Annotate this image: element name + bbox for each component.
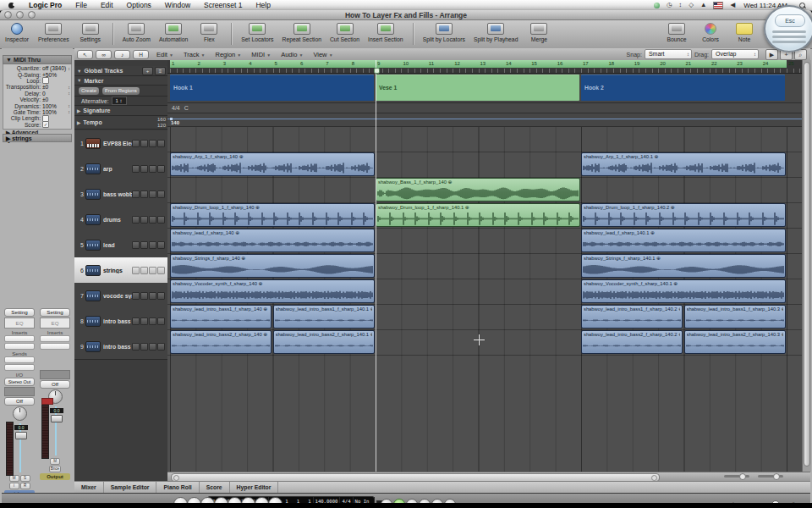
midi-thru-header[interactable]: ▼ MIDI Thru (3, 55, 72, 64)
alternative-value[interactable]: 1 ↕ (112, 97, 127, 105)
region-inspector-collapsed[interactable]: ▶ strings (3, 134, 72, 142)
mute-button[interactable] (140, 241, 148, 249)
send-slot[interactable] (4, 356, 35, 363)
param-quantize[interactable]: Quantize:off (3840)↕ (3, 65, 71, 71)
marker-hook-1[interactable]: Hook 1 (170, 75, 374, 101)
fader-cap[interactable] (15, 432, 27, 439)
insert-slot[interactable] (40, 343, 70, 350)
local-menu-view[interactable]: View ▼ (310, 51, 335, 58)
track-header-drums[interactable]: 4drums (74, 207, 167, 233)
r-button[interactable]: R (20, 483, 30, 489)
menu-item-file[interactable]: File (69, 1, 94, 9)
link-button[interactable]: ∞ (96, 50, 112, 59)
solo-button[interactable] (149, 343, 156, 351)
send-slot[interactable] (4, 364, 35, 371)
local-menu-edit[interactable]: Edit ▼ (154, 51, 176, 58)
freeze-button[interactable] (157, 140, 165, 147)
note-button[interactable]: Note (732, 23, 757, 42)
solo-button[interactable] (149, 318, 156, 325)
freeze-button[interactable] (157, 318, 165, 325)
insert-slot[interactable] (40, 335, 70, 342)
record-enable-button[interactable] (132, 165, 140, 173)
param-loop[interactable]: Loop: (3, 78, 71, 84)
record-enable-button[interactable] (132, 292, 140, 300)
solo-button[interactable] (149, 216, 156, 224)
bounce-button[interactable]: Bounce (664, 23, 689, 42)
param-transposition[interactable]: Transposition:±0↕ (3, 84, 71, 90)
solo-button[interactable] (149, 292, 156, 300)
repeat-section-button[interactable]: Repeat Section (282, 23, 321, 42)
merge-button[interactable]: Merge (526, 23, 551, 42)
audio-region[interactable]: shabwoy_Strings_f_sharp_140.1 ⊕ (581, 254, 786, 278)
solo-button[interactable] (149, 190, 156, 198)
audio-region[interactable]: shabwoy_Arp_1_f_sharp_140.1 ⊕ (581, 152, 786, 176)
colors-button[interactable]: Colors (698, 23, 723, 42)
sync-status-icon[interactable] (654, 3, 660, 8)
airport-icon[interactable]: ◇ (689, 0, 694, 10)
param-q-swing[interactable]: Q-Swing:+50% (3, 71, 71, 77)
audio-region[interactable]: shabwoy_lead_intro_bass2_f_sharp_140 ⊕ (170, 330, 272, 354)
output-slot[interactable]: Stereo Out (4, 378, 35, 386)
audio-region[interactable]: shabwoy_lead_intro_bass1_f_sharp_140.2 ⊕ (581, 305, 683, 329)
param-score[interactable]: Score:✓ (3, 122, 71, 128)
track-header-bass-wobble[interactable]: 3bass wobble (74, 181, 167, 207)
param-delay[interactable]: Delay:0↕ (3, 91, 71, 97)
mute-button[interactable] (140, 318, 148, 325)
audio-region[interactable]: shabwoy_lead_intro_bass1_f_sharp_140 ⊕ (170, 305, 272, 329)
drag-dropdown[interactable]: Overlap (711, 49, 759, 59)
audio-region[interactable]: shabwoy_Drum_loop_1_f_sharp_140 ⊕ (170, 203, 375, 227)
cycle-region[interactable]: 1234567891011121314151617181920212223242… (170, 60, 787, 68)
local-menu-region[interactable]: Region ▼ (212, 51, 244, 58)
track-header-arp[interactable]: 2arp (74, 156, 167, 182)
apple-menu-icon[interactable] (8, 2, 15, 8)
audio-region[interactable]: shabwoy_lead_f_sharp_140 ⊕ (170, 229, 375, 252)
mute-button[interactable] (140, 165, 148, 173)
tab-score[interactable]: Score (200, 482, 230, 494)
create-marker-button[interactable]: Create (78, 86, 100, 96)
i-button[interactable]: i (9, 483, 19, 489)
split-by-playhead-button[interactable]: Split by Playhead (474, 23, 518, 42)
audio-region[interactable]: shabwoy_lead_intro_bass2_f_sharp_140.1 ⊕ (273, 330, 375, 354)
group-slot[interactable] (40, 370, 70, 379)
fader-cap[interactable] (51, 415, 63, 422)
global-track-list-button[interactable]: ≡ (155, 67, 166, 75)
pointer-tool-button[interactable]: ▶ (765, 49, 778, 60)
track-header-evp88-electric[interactable]: 1EVP88 Electric ... (74, 130, 167, 157)
local-menu-audio[interactable]: Audio ▼ (278, 51, 305, 58)
track-header-intro-bass-1[interactable]: 8intro bass 1 (74, 308, 167, 334)
audio-region[interactable]: shabwoy_Vocoder_synth_f_sharp_140 ⊕ (170, 279, 375, 303)
solo-button[interactable] (149, 267, 156, 274)
automation-mode-button[interactable]: Off (40, 380, 70, 389)
automation-button[interactable]: Automation (159, 23, 188, 42)
flex-button[interactable]: Flex (196, 23, 222, 42)
hierarchy-button[interactable]: ↖ (77, 50, 93, 59)
track-header-lead[interactable]: 5lead (74, 232, 167, 258)
m-button[interactable]: M (50, 458, 60, 465)
local-menu-midi[interactable]: MIDI ▼ (249, 51, 273, 58)
volume-icon[interactable]: ◀ (730, 0, 735, 10)
m-button[interactable]: M (9, 475, 19, 482)
audio-region[interactable]: shabwoy_Drum_loop_1_f_sharp_140.2 ⊕ (581, 203, 786, 227)
preferences-button[interactable]: Preferences (38, 23, 69, 42)
split-by-locators-button[interactable]: Split by Locators (423, 23, 465, 42)
settings-button[interactable]: Settings (78, 23, 103, 42)
mute-button[interactable] (140, 292, 148, 300)
pan-knob[interactable] (13, 406, 27, 421)
from-regions-button[interactable]: From Regions (102, 86, 140, 96)
v-zoom-slider[interactable] (758, 475, 783, 478)
mute-button[interactable] (140, 190, 148, 198)
bar-ruler[interactable]: 1234567891011121314151617181920212223242… (167, 60, 802, 74)
mute-button[interactable] (140, 267, 148, 274)
freeze-button[interactable] (157, 216, 165, 224)
bnce-button[interactable]: Bnce (49, 466, 61, 472)
strip-setting-button[interactable]: Setting (4, 308, 35, 317)
input-language-flag-icon[interactable] (713, 2, 723, 9)
vertical-scrollbar[interactable] (802, 60, 811, 472)
record-enable-button[interactable] (132, 190, 140, 198)
display-icon[interactable]: ▲ (700, 0, 706, 10)
marker-hook-2[interactable]: Hook 2 (581, 75, 785, 101)
mute-button[interactable] (140, 343, 148, 351)
stepper-icon[interactable]: ↕ (68, 103, 70, 108)
freeze-button[interactable] (157, 267, 165, 274)
menu-item-options[interactable]: Options (120, 1, 158, 9)
